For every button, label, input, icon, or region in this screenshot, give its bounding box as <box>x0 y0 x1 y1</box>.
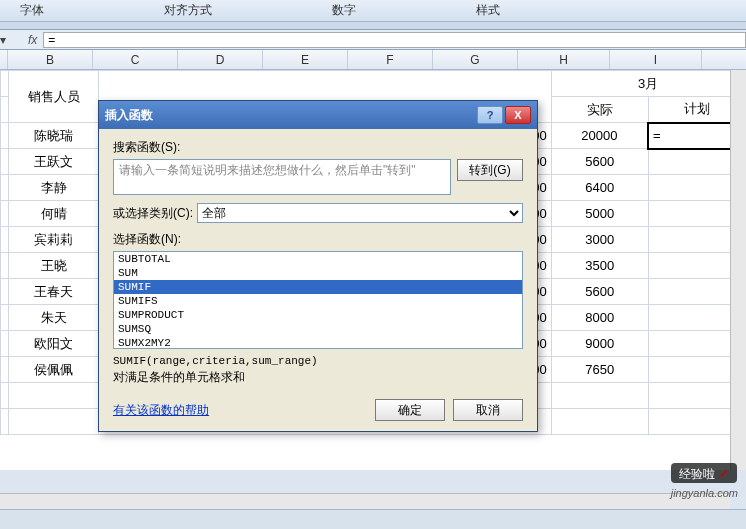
col-header[interactable]: H <box>518 50 610 69</box>
formula-input[interactable]: = <box>43 32 746 48</box>
function-item[interactable]: SUMIFS <box>114 294 522 308</box>
formula-bar: ▾ fx = <box>0 30 746 50</box>
ok-button[interactable]: 确定 <box>375 399 445 421</box>
ribbon-bar: 字体 对齐方式 数字 样式 <box>0 0 746 22</box>
cell-name[interactable]: 朱天 <box>9 305 99 331</box>
cell-h[interactable]: 7650 <box>551 357 648 383</box>
help-link[interactable]: 有关该函数的帮助 <box>113 402 367 419</box>
name-box-arrow[interactable]: ▾ <box>0 33 6 47</box>
dialog-title: 插入函数 <box>105 107 475 124</box>
cell-name[interactable]: 欧阳文 <box>9 331 99 357</box>
col-header[interactable]: C <box>93 50 178 69</box>
cell-name[interactable]: 李静 <box>9 175 99 201</box>
category-label: 或选择类别(C): <box>113 205 193 222</box>
cell-name[interactable]: 何晴 <box>9 201 99 227</box>
function-item[interactable]: SUMSQ <box>114 322 522 336</box>
col-header[interactable]: F <box>348 50 433 69</box>
cell-header[interactable]: 销售人员 <box>9 71 99 123</box>
col-header[interactable]: G <box>433 50 518 69</box>
cell-name[interactable]: 王晓 <box>9 253 99 279</box>
category-select[interactable]: 全部 <box>197 203 523 223</box>
column-headers: B C D E F G H I <box>0 50 746 70</box>
search-label: 搜索函数(S): <box>113 139 523 156</box>
function-signature: SUMIF(range,criteria,sum_range) <box>113 355 523 367</box>
function-item[interactable]: SUMX2MY2 <box>114 336 522 349</box>
dialog-titlebar[interactable]: 插入函数 ? X <box>99 101 537 129</box>
col-header[interactable]: I <box>610 50 702 69</box>
ribbon-font[interactable]: 字体 <box>20 2 44 19</box>
ribbon-align[interactable]: 对齐方式 <box>164 2 212 19</box>
dialog-help-button[interactable]: ? <box>477 106 503 124</box>
cell-name[interactable]: 陈晓瑞 <box>9 123 99 149</box>
function-list-label: 选择函数(N): <box>113 231 523 248</box>
horizontal-scrollbar[interactable] <box>0 493 730 509</box>
search-input[interactable]: 请输入一条简短说明来描述您想做什么，然后单击"转到" <box>113 159 451 195</box>
ribbon-style[interactable]: 样式 <box>476 2 500 19</box>
function-item[interactable]: SUMPRODUCT <box>114 308 522 322</box>
cell-h[interactable]: 6400 <box>551 175 648 201</box>
cell-h[interactable]: 8000 <box>551 305 648 331</box>
watermark: 经验啦 ✓ jingyanla.com <box>671 464 738 501</box>
function-explain: 对满足条件的单元格求和 <box>113 369 523 386</box>
cell-month[interactable]: 3月 <box>551 71 745 97</box>
cell-h[interactable]: 5600 <box>551 279 648 305</box>
insert-function-dialog: 插入函数 ? X 搜索函数(S): 请输入一条简短说明来描述您想做什么，然后单击… <box>98 100 538 432</box>
function-item[interactable]: SUBTOTAL <box>114 252 522 266</box>
col-header[interactable]: B <box>8 50 93 69</box>
cell-h[interactable]: 20000 <box>551 123 648 149</box>
cell-h[interactable]: 3000 <box>551 227 648 253</box>
cell-h[interactable]: 3500 <box>551 253 648 279</box>
cell-name[interactable]: 王春天 <box>9 279 99 305</box>
cancel-button[interactable]: 取消 <box>453 399 523 421</box>
fx-icon[interactable]: fx <box>28 33 37 47</box>
cell-name[interactable]: 侯佩佩 <box>9 357 99 383</box>
vertical-scrollbar[interactable] <box>730 70 746 470</box>
function-item[interactable]: SUM <box>114 266 522 280</box>
go-button[interactable]: 转到(G) <box>457 159 523 181</box>
cell-h[interactable]: 5000 <box>551 201 648 227</box>
status-bar <box>0 509 746 529</box>
dialog-close-button[interactable]: X <box>505 106 531 124</box>
toolbar-spacer <box>0 22 746 30</box>
function-item[interactable]: SUMIF <box>114 280 522 294</box>
cell-h[interactable]: 5600 <box>551 149 648 175</box>
cell-sub-h[interactable]: 实际 <box>551 97 648 123</box>
cell-h[interactable]: 9000 <box>551 331 648 357</box>
function-listbox[interactable]: SUBTOTALSUMSUMIFSUMIFSSUMPRODUCTSUMSQSUM… <box>113 251 523 349</box>
cell-name[interactable]: 宾莉莉 <box>9 227 99 253</box>
col-header[interactable]: E <box>263 50 348 69</box>
cell-name[interactable]: 王跃文 <box>9 149 99 175</box>
col-header[interactable]: D <box>178 50 263 69</box>
ribbon-number[interactable]: 数字 <box>332 2 356 19</box>
